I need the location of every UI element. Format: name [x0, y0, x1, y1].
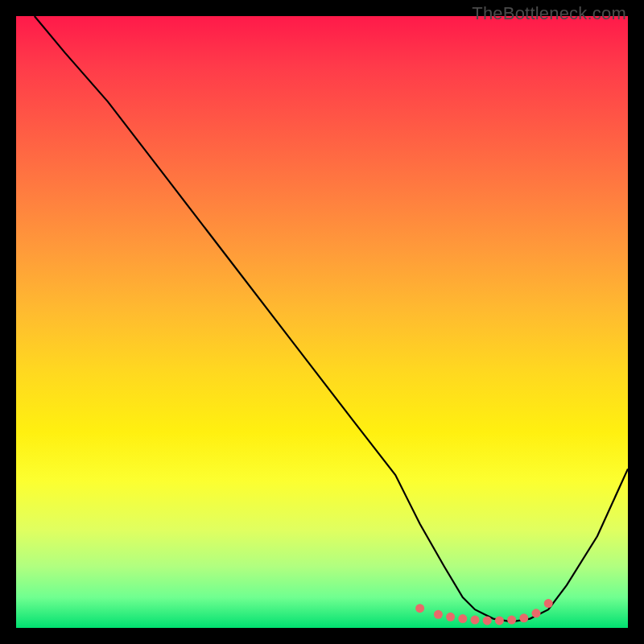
- marker-dot: [519, 613, 528, 622]
- watermark-text: TheBottleneck.com: [472, 3, 626, 24]
- marker-dot: [483, 616, 492, 625]
- marker-dot: [507, 616, 516, 625]
- marker-dot: [471, 616, 480, 625]
- chart-svg: [16, 16, 628, 628]
- marker-dot: [458, 614, 467, 623]
- marker-dot: [495, 616, 504, 625]
- marker-dot: [434, 610, 443, 619]
- marker-dot: [544, 599, 553, 608]
- bottleneck-curve: [35, 16, 628, 621]
- marker-dot: [415, 604, 424, 613]
- marker-dots: [415, 599, 553, 625]
- marker-dot: [446, 613, 455, 621]
- marker-dot: [532, 609, 541, 617]
